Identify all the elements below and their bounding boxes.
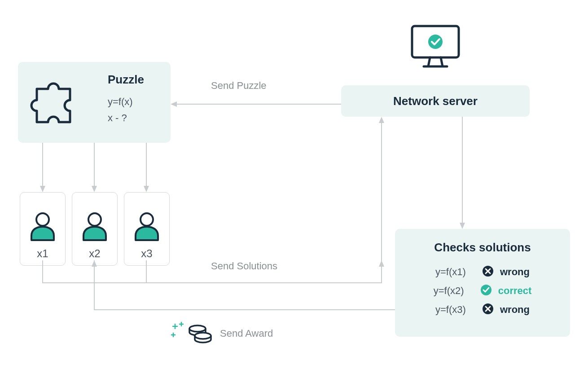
person-icon: [29, 211, 57, 244]
check-row: y=f(x1)wrong: [435, 265, 530, 279]
svg-marker-9: [144, 186, 149, 192]
check-result: wrong: [500, 266, 530, 278]
svg-point-23: [195, 333, 211, 339]
person-card-x3: x3: [124, 192, 170, 266]
svg-marker-7: [92, 186, 97, 192]
coins-icon: [188, 323, 213, 347]
arrow-down-3: [142, 143, 151, 192]
check-row: y=f(x3)wrong: [435, 303, 530, 316]
person-card-x1: x1: [20, 192, 66, 266]
person-icon: [133, 211, 161, 244]
check-eq: y=f(x2): [434, 285, 474, 297]
network-server-box: Network server: [341, 85, 530, 117]
svg-marker-15: [379, 117, 384, 123]
check-result: correct: [498, 285, 532, 297]
checks-title: Checks solutions: [408, 241, 557, 255]
check-wrong-icon: [482, 265, 494, 279]
check-eq: y=f(x3): [435, 304, 476, 316]
checks-box: Checks solutions y=f(x1)wrongy=f(x2)corr…: [395, 229, 570, 337]
svg-point-1: [428, 35, 443, 49]
puzzle-eq1: y=f(x): [108, 96, 133, 108]
svg-marker-5: [40, 186, 45, 192]
svg-point-12: [140, 213, 153, 226]
check-wrong-icon: [482, 303, 494, 316]
svg-point-10: [36, 213, 49, 226]
arrow-solutions-up: [377, 117, 386, 265]
person-label: x2: [89, 247, 100, 260]
person-label: x1: [37, 247, 48, 260]
svg-point-11: [88, 213, 101, 226]
sparkle-icon: [171, 321, 189, 341]
diagram-canvas: Puzzle y=f(x) x - ? Network server Send …: [0, 0, 588, 369]
label-send-award: Send Award: [220, 328, 273, 339]
arrow-down-1: [38, 143, 47, 192]
puzzle-eq2: x - ?: [108, 112, 127, 124]
check-result: wrong: [500, 304, 530, 316]
arrow-send-award: [90, 260, 395, 319]
svg-marker-3: [171, 101, 177, 107]
puzzle-title: Puzzle: [108, 73, 144, 87]
puzzle-icon: [28, 75, 86, 131]
person-icon: [81, 211, 109, 244]
check-correct-icon: [480, 284, 492, 298]
network-server-title: Network server: [393, 94, 478, 108]
arrow-send-puzzle: [171, 100, 341, 109]
person-card-x2: x2: [72, 192, 118, 266]
monitor-icon: [408, 22, 462, 74]
arrow-down-2: [90, 143, 99, 192]
label-send-puzzle: Send Puzzle: [211, 80, 267, 92]
arrow-server-to-checks: [458, 117, 467, 229]
check-eq: y=f(x1): [435, 266, 476, 278]
svg-point-22: [189, 325, 206, 332]
puzzle-box: Puzzle y=f(x) x - ?: [18, 62, 171, 143]
check-row: y=f(x2)correct: [434, 284, 532, 298]
svg-marker-21: [92, 260, 97, 267]
checks-rows: y=f(x1)wrongy=f(x2)correcty=f(x3)wrong: [408, 263, 557, 319]
svg-marker-17: [460, 223, 465, 229]
person-label: x3: [141, 247, 152, 260]
